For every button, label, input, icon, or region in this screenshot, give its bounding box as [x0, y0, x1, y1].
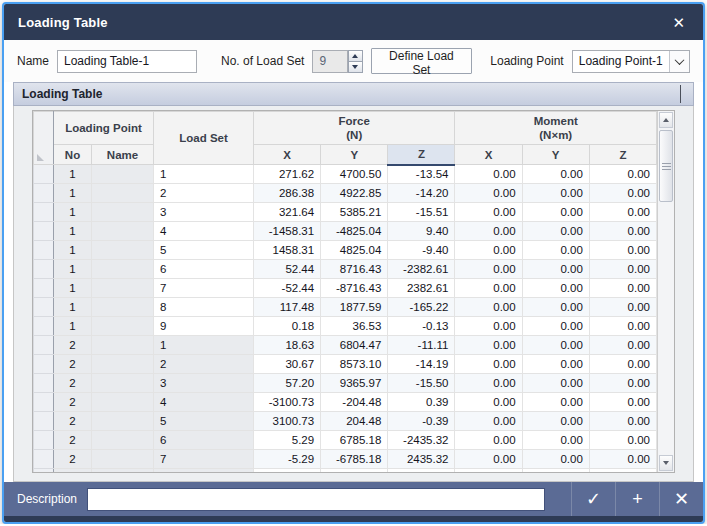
cell-force_x[interactable] — [254, 469, 321, 473]
cell-force_x[interactable]: -1458.31 — [254, 222, 321, 241]
add-button[interactable]: + — [615, 482, 659, 516]
row-indicator[interactable] — [34, 203, 54, 222]
cell-no[interactable]: 1 — [54, 241, 92, 260]
cell-moment_z[interactable]: 0.00 — [589, 203, 656, 222]
cell-force_z[interactable]: -165.22 — [388, 298, 455, 317]
cell-name[interactable] — [92, 355, 154, 374]
cell-load_set[interactable]: 6 — [154, 431, 254, 450]
loading-point-dropdown[interactable]: Loading Point-1 — [572, 50, 690, 73]
cell-name[interactable] — [92, 260, 154, 279]
cell-force_x[interactable]: 52.44 — [254, 260, 321, 279]
header-force[interactable]: Force (N) — [254, 112, 455, 145]
cell-name[interactable] — [92, 336, 154, 355]
confirm-button[interactable]: ✓ — [571, 482, 615, 516]
row-indicator[interactable] — [34, 469, 54, 473]
row-indicator[interactable] — [34, 431, 54, 450]
cell-name[interactable] — [92, 317, 154, 336]
cell-force_z[interactable]: 0.39 — [388, 393, 455, 412]
cell-moment_y[interactable]: 0.00 — [522, 279, 589, 298]
cell-name[interactable] — [92, 279, 154, 298]
cell-moment_x[interactable]: 0.00 — [455, 165, 522, 184]
header-force-x[interactable]: X — [254, 145, 321, 165]
cell-load_set[interactable]: 6 — [154, 260, 254, 279]
define-load-set-button[interactable]: Define Load Set — [371, 48, 473, 74]
cell-name[interactable] — [92, 203, 154, 222]
cell-no[interactable]: 1 — [54, 203, 92, 222]
cell-name[interactable] — [92, 374, 154, 393]
cell-load_set[interactable]: 5 — [154, 412, 254, 431]
cell-moment_z[interactable]: 0.00 — [589, 393, 656, 412]
cell-moment_y[interactable] — [522, 469, 589, 473]
cell-no[interactable]: 1 — [54, 298, 92, 317]
cell-moment_x[interactable]: 0.00 — [455, 412, 522, 431]
cell-force_z[interactable]: -2382.61 — [388, 260, 455, 279]
cell-moment_z[interactable]: 0.00 — [589, 317, 656, 336]
cell-moment_x[interactable]: 0.00 — [455, 431, 522, 450]
cell-no[interactable]: 2 — [54, 355, 92, 374]
cell-no[interactable]: 1 — [54, 279, 92, 298]
cell-moment_x[interactable]: 0.00 — [455, 222, 522, 241]
cell-moment_x[interactable]: 0.00 — [455, 317, 522, 336]
cell-name[interactable] — [92, 241, 154, 260]
cell-moment_z[interactable]: 0.00 — [589, 298, 656, 317]
cell-force_z[interactable]: -15.51 — [388, 203, 455, 222]
cell-force_x[interactable]: 1458.31 — [254, 241, 321, 260]
cell-load_set[interactable]: 8 — [154, 298, 254, 317]
cell-force_y[interactable]: 1877.59 — [321, 298, 388, 317]
cell-moment_z[interactable]: 0.00 — [589, 355, 656, 374]
cell-load_set[interactable]: 4 — [154, 222, 254, 241]
name-input[interactable] — [57, 50, 197, 73]
cell-load_set[interactable]: 7 — [154, 450, 254, 469]
cell-force_y[interactable]: 204.48 — [321, 412, 388, 431]
cell-force_x[interactable]: 0.18 — [254, 317, 321, 336]
cell-moment_z[interactable]: 0.00 — [589, 431, 656, 450]
cell-name[interactable] — [92, 469, 154, 473]
cell-force_z[interactable]: 2435.32 — [388, 450, 455, 469]
cell-force_y[interactable]: -4825.04 — [321, 222, 388, 241]
cell-force_z[interactable]: -14.19 — [388, 355, 455, 374]
row-indicator[interactable] — [34, 412, 54, 431]
cell-force_y[interactable]: -6785.18 — [321, 450, 388, 469]
cell-moment_y[interactable]: 0.00 — [522, 336, 589, 355]
cell-force_z[interactable]: -11.11 — [388, 336, 455, 355]
cell-force_x[interactable]: -52.44 — [254, 279, 321, 298]
cell-moment_z[interactable]: 0.00 — [589, 450, 656, 469]
cell-force_x[interactable]: 3100.73 — [254, 412, 321, 431]
cell-no[interactable]: 1 — [54, 260, 92, 279]
cell-name[interactable] — [92, 431, 154, 450]
cell-load_set[interactable]: 4 — [154, 393, 254, 412]
cell-no[interactable]: 1 — [54, 165, 92, 184]
cell-name[interactable] — [92, 393, 154, 412]
scrollbar-thumb[interactable] — [659, 130, 673, 202]
cell-moment_x[interactable] — [455, 469, 522, 473]
vertical-scrollbar[interactable] — [657, 111, 674, 472]
row-indicator[interactable] — [34, 279, 54, 298]
header-moment-x[interactable]: X — [455, 145, 522, 165]
cell-force_z[interactable]: -15.50 — [388, 374, 455, 393]
cell-moment_x[interactable]: 0.00 — [455, 279, 522, 298]
cell-name[interactable] — [92, 412, 154, 431]
cell-moment_y[interactable]: 0.00 — [522, 355, 589, 374]
cell-load_set[interactable]: 1 — [154, 165, 254, 184]
cell-no[interactable]: 1 — [54, 317, 92, 336]
cell-moment_y[interactable]: 0.00 — [522, 412, 589, 431]
spinner-up-button[interactable] — [348, 50, 362, 62]
dropdown-button[interactable] — [669, 51, 689, 72]
cell-moment_z[interactable]: 0.00 — [589, 336, 656, 355]
row-indicator[interactable] — [34, 393, 54, 412]
cancel-button[interactable]: ✕ — [659, 482, 703, 516]
cell-moment_z[interactable]: 0.00 — [589, 184, 656, 203]
header-moment-z[interactable]: Z — [589, 145, 656, 165]
cell-load_set[interactable]: 1 — [154, 336, 254, 355]
row-indicator[interactable] — [34, 184, 54, 203]
header-loading-point[interactable]: Loading Point — [54, 112, 154, 145]
cell-load_set[interactable]: 2 — [154, 184, 254, 203]
cell-force_x[interactable]: -5.29 — [254, 450, 321, 469]
cell-force_z[interactable]: 2382.61 — [388, 279, 455, 298]
cell-moment_z[interactable]: 0.00 — [589, 260, 656, 279]
cell-moment_y[interactable]: 0.00 — [522, 431, 589, 450]
scroll-up-button[interactable] — [659, 112, 673, 128]
cell-moment_z[interactable]: 0.00 — [589, 279, 656, 298]
cell-name[interactable] — [92, 222, 154, 241]
cell-force_y[interactable]: 36.53 — [321, 317, 388, 336]
